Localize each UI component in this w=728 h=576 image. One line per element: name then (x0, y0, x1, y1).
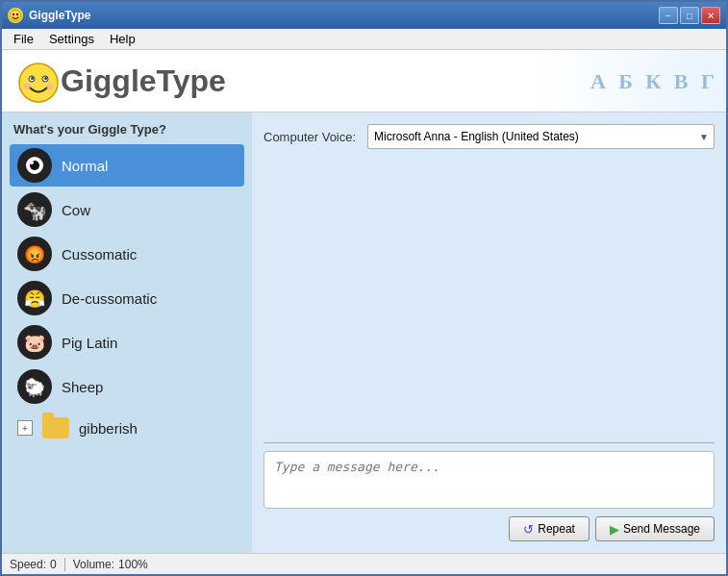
normal-icon (17, 148, 52, 183)
repeat-label: Repeat (538, 522, 575, 536)
svg-text:😡: 😡 (24, 244, 46, 265)
cow-label: Cow (62, 202, 90, 218)
svg-point-7 (44, 77, 47, 80)
title-bar: GiggleType − □ ✕ (2, 2, 726, 29)
decussomatic-icon: 😤 (17, 281, 52, 315)
cussomatic-label: Cussomatic (62, 246, 137, 263)
menu-bar: File Settings Help (2, 29, 726, 50)
send-icon: ▶ (610, 522, 619, 537)
svg-point-2 (16, 13, 18, 15)
piglatin-label: Pig Latin (62, 335, 117, 351)
repeat-button[interactable]: ↺ Repeat (509, 516, 590, 541)
button-row: ↺ Repeat ▶ Send Message (264, 516, 715, 541)
gibberish-expand-icon[interactable]: + (17, 420, 33, 436)
sidebar-item-piglatin[interactable]: 🐷 Pig Latin (10, 321, 244, 363)
menu-help[interactable]: Help (102, 30, 143, 48)
gibberish-label: gibberish (79, 420, 138, 437)
volume-value: 100% (118, 558, 148, 571)
sidebar-item-gibberish[interactable]: + gibberish (10, 410, 244, 446)
svg-text:🐄: 🐄 (23, 199, 47, 222)
repeat-icon: ↺ (523, 522, 534, 537)
header-banner: GiggleType А Б К В Г (2, 50, 726, 113)
sheep-label: Sheep (62, 379, 103, 395)
volume-label: Volume: (73, 558, 114, 571)
cow-icon: 🐄 (17, 192, 52, 227)
title-bar-left: GiggleType (8, 8, 90, 23)
menu-settings[interactable]: Settings (41, 30, 102, 48)
voice-select[interactable]: Microsoft Anna - English (United States)… (367, 124, 715, 149)
send-message-button[interactable]: ▶ Send Message (595, 516, 715, 541)
sheep-icon: 🐑 (17, 369, 52, 404)
maximize-button[interactable]: □ (680, 7, 699, 24)
decussomatic-label: De-cussomatic (62, 290, 157, 307)
piglatin-icon: 🐷 (17, 325, 52, 360)
speed-label: Speed: (10, 558, 46, 571)
svg-point-6 (31, 77, 34, 80)
sidebar-item-decussomatic[interactable]: 😤 De-cussomatic (10, 277, 244, 319)
sidebar-item-sheep[interactable]: 🐑 Sheep (10, 365, 244, 408)
divider (264, 442, 715, 443)
message-input[interactable] (264, 451, 715, 509)
status-divider (64, 558, 65, 571)
sidebar-item-cussomatic[interactable]: 😡 Cussomatic (10, 233, 244, 275)
minimize-button[interactable]: − (659, 7, 678, 24)
banner-title: GiggleType (61, 63, 226, 99)
normal-label: Normal (62, 158, 108, 174)
svg-text:😤: 😤 (24, 288, 46, 310)
sidebar-item-cow[interactable]: 🐄 Cow (10, 188, 244, 231)
menu-file[interactable]: File (6, 30, 41, 48)
svg-point-8 (23, 84, 31, 89)
svg-text:🐑: 🐑 (24, 377, 46, 398)
close-button[interactable]: ✕ (701, 7, 720, 24)
gibberish-folder-icon (42, 417, 69, 438)
svg-point-0 (10, 10, 21, 21)
status-bar: Speed: 0 Volume: 100% (2, 553, 726, 574)
voice-row: Computer Voice: Microsoft Anna - English… (264, 124, 715, 149)
sidebar-item-normal[interactable]: Normal (10, 144, 244, 187)
svg-point-1 (13, 13, 14, 15)
svg-point-9 (46, 84, 54, 89)
voice-label: Computer Voice: (264, 130, 356, 144)
content-area: What's your Giggle Type? Normal (2, 113, 726, 553)
title-bar-controls: − □ ✕ (659, 7, 720, 24)
sidebar-question: What's your Giggle Type? (10, 122, 244, 137)
send-label: Send Message (623, 522, 700, 536)
voice-select-wrapper: Microsoft Anna - English (United States)… (367, 124, 715, 149)
cussomatic-icon: 😡 (17, 237, 52, 271)
svg-point-3 (19, 63, 58, 102)
banner-smiley (17, 60, 61, 103)
speed-value: 0 (50, 558, 57, 571)
window-title: GiggleType (29, 9, 90, 22)
main-window: GiggleType − □ ✕ File Settings Help Gigg… (0, 0, 728, 576)
banner-decoration: А Б К В Г (534, 50, 726, 113)
app-icon (8, 8, 23, 23)
spacer (264, 161, 715, 442)
svg-point-13 (30, 161, 34, 164)
main-panel: Computer Voice: Microsoft Anna - English… (252, 113, 726, 553)
sidebar: What's your Giggle Type? Normal (2, 113, 252, 553)
svg-text:🐷: 🐷 (24, 333, 46, 354)
